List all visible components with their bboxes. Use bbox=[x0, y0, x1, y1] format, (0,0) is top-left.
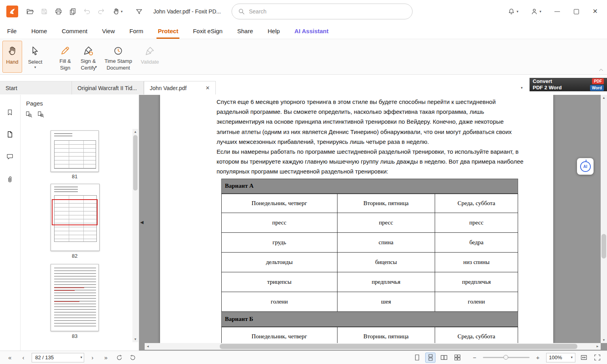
minimize-button[interactable] bbox=[549, 4, 566, 19]
pages-panel-button[interactable] bbox=[6, 130, 15, 140]
scroll-right-icon[interactable]: ► bbox=[596, 343, 599, 350]
scroll-up-icon[interactable]: ▲ bbox=[601, 96, 607, 100]
filter-icon[interactable] bbox=[132, 4, 146, 19]
previous-page-button[interactable]: ‹ bbox=[18, 353, 28, 363]
fit-page-button[interactable] bbox=[579, 353, 589, 363]
convert-pdf-to-word-banner[interactable]: Convert PDF 2 Word PDF Word bbox=[530, 78, 607, 91]
account-button[interactable]: ▾ bbox=[525, 4, 547, 19]
redo-button[interactable] bbox=[94, 4, 108, 19]
copy-button[interactable] bbox=[66, 4, 80, 19]
scroll-left-icon[interactable]: ◄ bbox=[146, 343, 149, 350]
tab-start[interactable]: Start bbox=[0, 81, 72, 94]
undo-button[interactable] bbox=[80, 4, 94, 19]
open-file-button[interactable] bbox=[23, 4, 37, 19]
paragraph: Если вы намерены работать по программе ш… bbox=[217, 147, 527, 177]
zoom-slider-thumb[interactable] bbox=[503, 355, 508, 360]
sign-and-certify-button[interactable]: Sign & Certify ▾ bbox=[78, 41, 98, 73]
menu-share[interactable]: Share bbox=[237, 23, 253, 39]
scrollbar-thumb[interactable] bbox=[133, 135, 138, 190]
caret-down-icon: ▾ bbox=[571, 356, 573, 359]
zoom-out-button[interactable]: − bbox=[469, 353, 480, 363]
previous-view-button[interactable] bbox=[114, 353, 124, 363]
horizontal-scrollbar[interactable]: ◄ ► bbox=[145, 343, 601, 350]
first-page-button[interactable]: « bbox=[5, 353, 15, 363]
comments-panel-button[interactable] bbox=[6, 153, 15, 162]
search-input[interactable] bbox=[249, 8, 407, 15]
pdf-page[interactable]: Спустя еще 6 месяцев упорного тренинга в… bbox=[160, 95, 553, 343]
menu-form[interactable]: Form bbox=[129, 23, 143, 39]
select-tool-button[interactable]: Select ▾ bbox=[25, 41, 45, 73]
workout-table: Вариант А Понедельник, четверг Вторник, … bbox=[221, 179, 518, 343]
zoom-in-thumbnails-icon[interactable] bbox=[37, 111, 44, 118]
thumbnail-highlight bbox=[54, 287, 84, 288]
tab-original-warcraft[interactable]: Original Warcraft II Tid... bbox=[72, 81, 144, 94]
time-stamp-document-button[interactable]: Time Stamp Document bbox=[101, 41, 135, 73]
hand-icon bbox=[7, 44, 18, 58]
ai-assistant-floating-button[interactable]: AI bbox=[577, 158, 594, 175]
scrollbar-thumb[interactable] bbox=[601, 234, 606, 258]
menu-file[interactable]: File bbox=[7, 23, 17, 39]
page-thumbnail-83[interactable] bbox=[51, 264, 99, 331]
collapse-ribbon-button[interactable] bbox=[598, 67, 604, 73]
attachments-panel-button[interactable] bbox=[6, 175, 15, 185]
table-cell: грудь bbox=[222, 232, 337, 252]
facing-view-button[interactable] bbox=[439, 353, 449, 363]
hand-tool-dropdown[interactable]: ▾ bbox=[108, 4, 126, 19]
banner-line1: Convert bbox=[533, 78, 562, 85]
next-view-button[interactable] bbox=[128, 353, 138, 363]
page-thumbnail-81[interactable] bbox=[51, 130, 99, 172]
search-box[interactable] bbox=[232, 4, 413, 19]
page-number-label: 83 bbox=[51, 333, 99, 339]
menu-home[interactable]: Home bbox=[31, 23, 47, 39]
table-cell: пресс bbox=[337, 213, 435, 232]
table-cell: бицепсы bbox=[337, 252, 435, 272]
continuous-view-button[interactable] bbox=[425, 353, 435, 363]
maximize-button[interactable] bbox=[567, 4, 585, 19]
scroll-down-icon[interactable]: ▼ bbox=[132, 338, 138, 341]
validate-button[interactable]: Validate bbox=[138, 41, 161, 73]
collapse-panel-button[interactable]: ◀ bbox=[139, 214, 145, 230]
document-view: Спустя еще 6 месяцев упорного тренинга в… bbox=[139, 95, 607, 351]
print-button[interactable] bbox=[51, 4, 66, 19]
menu-comment[interactable]: Comment bbox=[62, 23, 87, 39]
ribbon-separator bbox=[48, 41, 52, 73]
zoom-in-button[interactable]: + bbox=[533, 353, 543, 363]
tab-close-icon[interactable]: ✕ bbox=[205, 85, 210, 91]
tab-label: John Vader.pdf bbox=[150, 85, 187, 91]
last-page-button[interactable]: » bbox=[101, 353, 111, 363]
menu-help[interactable]: Help bbox=[268, 23, 280, 39]
fullscreen-button[interactable] bbox=[592, 353, 602, 363]
page-indicator[interactable]: ▾ bbox=[32, 353, 84, 362]
scrollbar-thumb[interactable] bbox=[220, 344, 577, 349]
single-page-view-button[interactable] bbox=[412, 353, 422, 363]
page-number-input[interactable] bbox=[35, 355, 80, 360]
save-button[interactable] bbox=[37, 4, 51, 19]
tab-list-dropdown-icon[interactable]: ▾ bbox=[521, 86, 523, 90]
thumbnail-content bbox=[54, 133, 72, 138]
time-stamp-clock-icon bbox=[113, 44, 124, 57]
viewport-indicator[interactable] bbox=[52, 199, 98, 225]
zoom-slider[interactable] bbox=[483, 357, 530, 358]
menu-foxit-esign[interactable]: Foxit eSign bbox=[193, 23, 222, 39]
menu-view[interactable]: View bbox=[102, 23, 115, 39]
banner-line2: PDF 2 Word bbox=[533, 85, 562, 91]
column-header: Вторник, пятница bbox=[337, 194, 435, 213]
tab-john-vader[interactable]: John Vader.pdf ✕ bbox=[144, 81, 216, 94]
next-page-button[interactable]: › bbox=[87, 353, 98, 363]
menu-ai-assistant[interactable]: AI Assistant bbox=[294, 23, 328, 39]
zoom-level-dropdown[interactable]: 100% ▾ bbox=[546, 353, 575, 362]
fill-and-sign-button[interactable]: Fill & Sign bbox=[55, 41, 75, 73]
page-number-label: 81 bbox=[51, 174, 99, 179]
zoom-out-thumbnails-icon[interactable] bbox=[25, 111, 32, 118]
menu-protect[interactable]: Protect bbox=[158, 23, 178, 39]
page-thumbnail-82[interactable] bbox=[51, 184, 100, 251]
hand-tool-button[interactable]: Hand bbox=[2, 41, 22, 73]
scroll-down-icon[interactable]: ▼ bbox=[601, 338, 607, 342]
thumbnails-scrollbar[interactable]: ▲ ▼ bbox=[132, 129, 138, 342]
close-button[interactable]: ✕ bbox=[586, 4, 604, 19]
notifications-button[interactable]: ▾ bbox=[503, 4, 523, 19]
scroll-up-icon[interactable]: ▲ bbox=[132, 130, 138, 134]
vertical-scrollbar[interactable]: ▲ ▼ bbox=[601, 95, 607, 343]
continuous-facing-view-button[interactable] bbox=[452, 353, 462, 363]
bookmarks-panel-button[interactable] bbox=[6, 108, 15, 118]
